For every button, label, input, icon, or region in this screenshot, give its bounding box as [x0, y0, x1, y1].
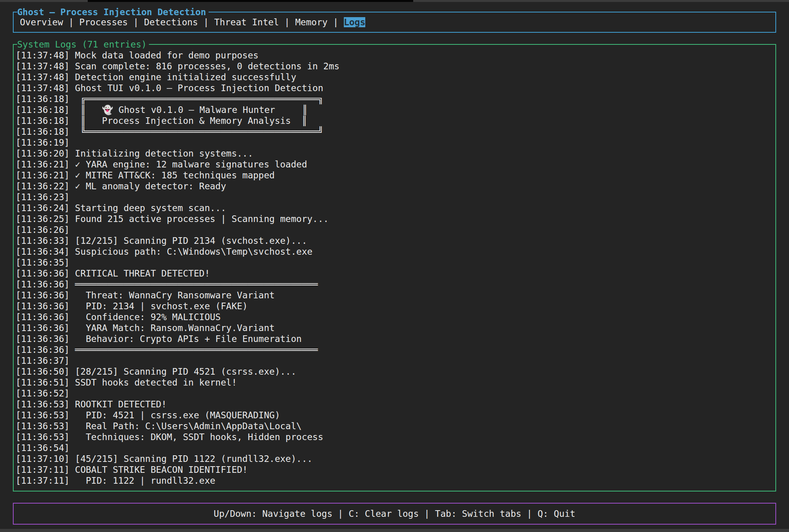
log-row: [11:36:26] — [16, 224, 774, 235]
system-logs-title: System Logs (71 entries) — [17, 39, 149, 50]
screen-bottom-edge — [0, 529, 789, 532]
log-row: [11:36:53] Techniques: DKOM, SSDT hooks,… — [16, 432, 774, 442]
log-row: [11:36:53] Real Path: C:\Users\Admin\App… — [16, 421, 774, 432]
terminal-screen: { "header": { "title": "Ghost — Process … — [0, 0, 789, 532]
log-row: [11:36:54] — [16, 442, 774, 453]
log-row: [11:36:36] CRITICAL THREAT DETECTED! — [16, 268, 774, 279]
log-row: [11:36:36] ═════════════════════════════… — [16, 279, 774, 290]
log-row: [11:36:36] Behavior: Crypto APIs + File … — [16, 333, 774, 344]
log-row: [11:36:22] ✓ ML anomaly detector: Ready — [16, 181, 774, 192]
log-row: [11:36:50] [28/215] Scanning PID 4521 (c… — [16, 366, 774, 377]
log-row: [11:36:34] Suspicious path: C:\Windows\T… — [16, 246, 774, 257]
log-row: [11:36:25] Found 215 active processes | … — [16, 213, 774, 224]
tab-separator: | — [327, 17, 344, 27]
tab-separator: | — [63, 17, 80, 27]
screen-top-edge — [0, 0, 789, 2]
log-row: [11:37:48] Detection engine initialized … — [16, 72, 774, 83]
log-row: [11:36:53] ROOTKIT DETECTED! — [16, 399, 774, 410]
log-row: [11:36:36] PID: 2134 | svchost.exe (FAKE… — [16, 301, 774, 312]
log-row: [11:37:48] Scan complete: 816 processes,… — [16, 61, 774, 72]
log-row: [11:37:11] PID: 1122 | rundll32.exe — [16, 475, 774, 486]
tab-memory[interactable]: Memory — [295, 17, 327, 27]
tab-separator: | — [128, 17, 144, 27]
log-row: [11:37:48] Mock data loaded for demo pur… — [16, 50, 774, 61]
tab-separator: | — [198, 17, 214, 27]
log-row: [11:36:21] ✓ YARA engine: 12 malware sig… — [16, 159, 774, 170]
screen-top-edge-notch — [88, 0, 413, 2]
tab-processes[interactable]: Processes — [79, 17, 128, 27]
log-row: [11:36:36] Confidence: 92% MALICIOUS — [16, 312, 774, 322]
tab-threat-intel[interactable]: Threat Intel — [214, 17, 279, 27]
tab-overview[interactable]: Overview — [20, 17, 63, 27]
log-row: [11:36:18] ║ 👻 Ghost v0.1.0 — Malware Hu… — [16, 104, 774, 115]
log-row: [11:36:19] — [16, 137, 774, 148]
log-row: [11:36:24] Starting deep system scan... — [16, 203, 774, 213]
log-row: [11:36:18] ║ Process Injection & Memory … — [16, 115, 774, 126]
tab-bar: Overview | Processes | Detections | Thre… — [20, 17, 365, 27]
tab-logs[interactable]: Logs — [344, 17, 365, 27]
tab-detections[interactable]: Detections — [144, 17, 198, 27]
log-row: [11:37:10] [45/215] Scanning PID 1122 (r… — [16, 453, 774, 464]
log-row: [11:36:21] ✓ MITRE ATT&CK: 185 technique… — [16, 170, 774, 181]
log-row: [11:36:36] Threat: WannaCry Ransomware V… — [16, 290, 774, 301]
footer-panel: Up/Down: Navigate logs | C: Clear logs |… — [13, 503, 776, 525]
log-row: [11:36:20] Initializing detection system… — [16, 148, 774, 159]
log-row: [11:36:18] ╚════════════════════════════… — [16, 126, 774, 137]
app-title: Ghost — Process Injection Detection — [17, 7, 209, 18]
key-hints: Up/Down: Navigate logs | C: Clear logs |… — [14, 509, 775, 519]
log-row: [11:36:37] — [16, 355, 774, 366]
log-row: [11:36:52] — [16, 388, 774, 399]
log-row: [11:37:11] COBALT STRIKE BEACON IDENTIFI… — [16, 464, 774, 475]
log-row: [11:36:23] — [16, 192, 774, 203]
log-row: [11:36:18] ╔════════════════════════════… — [16, 93, 774, 104]
log-row: [11:36:35] — [16, 257, 774, 268]
header-panel: Ghost — Process Injection Detection Over… — [13, 12, 776, 33]
tab-separator: | — [279, 17, 295, 27]
log-row: [11:36:33] [12/215] Scanning PID 2134 (s… — [16, 235, 774, 246]
system-logs-panel: System Logs (71 entries) [11:37:48] Mock… — [13, 44, 776, 491]
log-row: [11:36:51] SSDT hooks detected in kernel… — [16, 377, 774, 388]
log-list[interactable]: [11:37:48] Mock data loaded for demo pur… — [16, 50, 774, 489]
log-row: [11:36:53] PID: 4521 | csrss.exe (MASQUE… — [16, 410, 774, 421]
log-row: [11:36:36] ═════════════════════════════… — [16, 344, 774, 355]
log-row: [11:37:48] Ghost TUI v0.1.0 — Process In… — [16, 83, 774, 93]
log-row: [11:36:36] YARA Match: Ransom.WannaCry.V… — [16, 322, 774, 333]
